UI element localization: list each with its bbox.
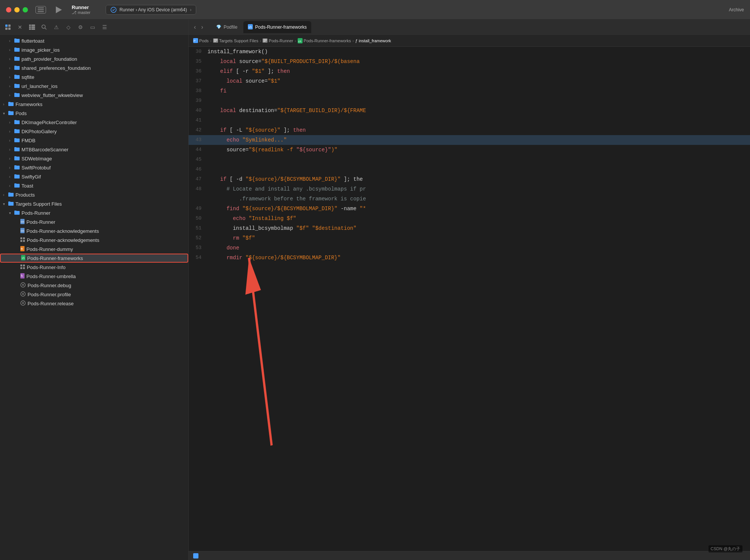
code-line: 52 rm "$f" (189, 233, 750, 243)
tree-item-toast[interactable]: › Toast (0, 181, 188, 190)
tree-item-label: Frameworks (15, 102, 185, 107)
chevron-icon: ▾ (9, 211, 13, 215)
tree-item-fluttertoast[interactable]: › fluttertoast (0, 36, 188, 45)
tree-item-path_provider_foundation[interactable]: › path_provider_foundation (0, 54, 188, 63)
close-button[interactable] (6, 7, 11, 12)
line-number: 48 (189, 184, 207, 194)
sidebar-warning-btn[interactable]: ⚠ (51, 22, 61, 32)
line-content: elif [ -r "$1" ]; then (207, 66, 750, 76)
line-number: 53 (189, 243, 207, 253)
tab-next-btn[interactable]: › (199, 23, 205, 31)
sidebar-grid-btn[interactable] (27, 22, 37, 32)
code-line: 46 (189, 165, 750, 174)
sidebar-gear-btn[interactable]: ⚙ (75, 22, 85, 32)
svg-point-14 (42, 25, 45, 28)
breadcrumb-bar: P Pods › Targets Support Files › Pods-Ru… (189, 35, 750, 47)
tree-item-products[interactable]: › Products (0, 190, 188, 199)
tree-item-shared_preferences_foundation[interactable]: › shared_preferences_foundation (0, 63, 188, 72)
svg-rect-5 (8, 25, 11, 27)
tree-item-pods_runner_release[interactable]: Pods-Runner.release (0, 299, 188, 308)
tree-item-pods_runner_profile[interactable]: Pods-Runner.profile (0, 290, 188, 299)
tree-item-pods_runner_info[interactable]: Pods-Runner-Info (0, 263, 188, 272)
sidebar-close-btn[interactable]: ✕ (15, 22, 25, 32)
chevron-icon: › (9, 129, 13, 134)
tree-item-pods_runner_umbrella[interactable]: h Pods-Runner-umbrella (0, 272, 188, 281)
svg-rect-22 (20, 240, 22, 242)
code-editor[interactable]: 30install_framework()35 local source="${… (189, 47, 750, 551)
breadcrumb-targets[interactable]: Targets Support Files (213, 38, 258, 43)
tree-item-label: Targets Support Files (15, 201, 185, 207)
svg-text:P: P (194, 39, 195, 43)
tree-item-pods_runner_ack1[interactable]: DOC Pods-Runner-acknowledgements (0, 226, 188, 235)
tree-item-url_launcher_ios[interactable]: › url_launcher_ios (0, 82, 188, 91)
line-number: 38 (189, 86, 207, 96)
tab-prev-btn[interactable]: ‹ (192, 23, 198, 31)
tree-item-dkphotogallery[interactable]: › DKPhotoGallery (0, 127, 188, 136)
tab-pods-runner-frameworks[interactable]: sh Pods-Runner-frameworks (243, 21, 311, 33)
sidebar-toggle-button[interactable] (35, 6, 46, 14)
tree-item-pods_runner_debug[interactable]: Pods-Runner.debug (0, 281, 188, 290)
tree-item-image_picker_ios[interactable]: › image_picker_ios (0, 45, 188, 54)
sidebar-rect-btn[interactable]: ▭ (88, 22, 97, 32)
sidebar-diamond-btn[interactable]: ◇ (63, 22, 73, 32)
tree-item-label: Pods-Runner (22, 210, 185, 216)
tree-item-fmdb[interactable]: › FMDB (0, 136, 188, 145)
breadcrumb-pods[interactable]: P Pods (193, 38, 209, 43)
tab-podfile[interactable]: 💎 Podfile (212, 21, 242, 33)
tree-item-sdwebimage[interactable]: › SDWebImage (0, 154, 188, 163)
tree-item-label: SDWebImage (22, 156, 185, 162)
tree-item-pods[interactable]: ▾ Pods (0, 109, 188, 118)
file-type-icon (14, 210, 20, 216)
maximize-button[interactable] (23, 7, 28, 12)
minimize-button[interactable] (14, 7, 20, 12)
breadcrumb-function[interactable]: ƒ install_framework (355, 38, 391, 43)
tree-item-dkimagepickercontroller[interactable]: › DKImagePickerController (0, 118, 188, 127)
branch-name: ⎇ master (72, 10, 91, 15)
tree-item-mtbbarcodescanner[interactable]: › MTBBarcodeScanner (0, 145, 188, 154)
code-line: 48 # Locate and install any .bcsymbolmap… (189, 184, 750, 194)
sidebar-list-btn[interactable]: ☰ (100, 22, 109, 32)
file-type-icon (20, 265, 25, 270)
gem-icon: 💎 (216, 25, 221, 29)
line-content (207, 165, 750, 174)
svg-rect-20 (20, 237, 22, 239)
line-number: 44 (189, 145, 207, 155)
run-button[interactable] (54, 5, 64, 15)
tree-item-sqflite[interactable]: › sqflite (0, 72, 188, 82)
sidebar-files-btn[interactable] (3, 22, 13, 32)
archive-button[interactable]: Archive (729, 7, 744, 12)
tab-frameworks-label: Pods-Runner-frameworks (255, 25, 307, 30)
file-type-icon (14, 138, 20, 143)
tree-item-webview_flutter_wkwebview[interactable]: › webview_flutter_wkwebview (0, 91, 188, 100)
svg-text:sh: sh (298, 40, 301, 43)
breadcrumb-pods-runner[interactable]: Pods-Runner (263, 38, 293, 43)
code-line: 38 fi (189, 86, 750, 96)
chevron-icon: › (9, 138, 13, 143)
tree-item-frameworks[interactable]: › Frameworks (0, 100, 188, 109)
tree-item-targets_support_files[interactable]: ▾ Targets Support Files (0, 199, 188, 208)
tree-item-label: shared_preferences_foundation (22, 65, 185, 71)
breadcrumb-frameworks-file[interactable]: sh Pods-Runner-frameworks (298, 38, 351, 43)
file-type-icon: sh (21, 255, 25, 262)
line-content (207, 96, 750, 106)
scheme-selector[interactable]: Runner › Any iOS Device (arm64) › (106, 5, 197, 15)
file-type-icon (14, 92, 20, 98)
file-type-icon (14, 129, 20, 134)
tree-item-pods_runner_ack2[interactable]: Pods-Runner-acknowledgements (0, 235, 188, 245)
chevron-icon: › (9, 120, 13, 125)
sidebar-content[interactable]: › fluttertoast › image_picker_ios › path… (0, 35, 188, 560)
sidebar-search-btn[interactable] (39, 22, 49, 32)
tree-item-pods_runner_dummy[interactable]: m Pods-Runner-dummy (0, 245, 188, 254)
chevron-icon: › (9, 66, 13, 70)
tree-item-pods_runner_frameworks[interactable]: sh Pods-Runner-frameworks (0, 254, 188, 263)
line-number: 50 (189, 214, 207, 223)
chevron-icon: ▾ (3, 111, 7, 115)
tree-item-pods_runner_file[interactable]: DOC Pods-Runner (0, 217, 188, 226)
tree-item-swiftygif[interactable]: › SwiftyGif (0, 172, 188, 181)
tree-item-label: Pods-Runner.profile (28, 292, 185, 297)
svg-text:DOC: DOC (21, 220, 25, 223)
tree-item-pods_runner[interactable]: ▾ Pods-Runner (0, 208, 188, 217)
line-number: 41 (189, 115, 207, 125)
svg-rect-12 (29, 28, 31, 30)
tree-item-swiftprotobuf[interactable]: › SwiftProtobuf (0, 163, 188, 172)
